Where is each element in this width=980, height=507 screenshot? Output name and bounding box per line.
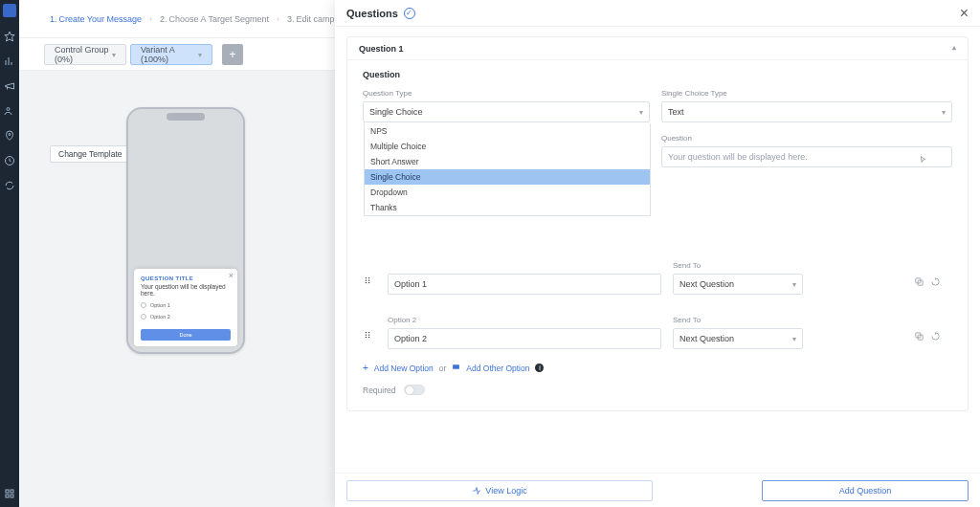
question-accordion-header[interactable]: Question 1 [347, 37, 968, 60]
chevron-down-icon [639, 107, 643, 117]
drag-handle-icon[interactable] [363, 272, 372, 281]
add-variant-button[interactable]: + [222, 44, 243, 65]
chevron-down-icon [942, 107, 946, 117]
option-1-input[interactable]: Option 1 [388, 274, 661, 295]
send-to-label: Send To [673, 261, 902, 270]
close-icon[interactable]: × [229, 271, 234, 280]
clock-icon[interactable] [4, 155, 15, 166]
required-toggle[interactable] [404, 385, 425, 395]
svg-point-11 [368, 279, 369, 280]
question-number: Question 1 [359, 44, 404, 54]
option-2-input[interactable]: Option 2 [388, 328, 661, 349]
survey-title: QUESTION TITLE [141, 276, 231, 281]
preview-canvas: Change Template Placement × QUESTION TIT… [19, 71, 335, 507]
svg-point-18 [366, 334, 367, 335]
question-input[interactable]: Your question will be displayed here. [661, 146, 952, 167]
close-icon[interactable]: × [960, 5, 969, 22]
svg-point-9 [368, 276, 369, 277]
single-choice-type-select[interactable]: Text [661, 101, 952, 122]
radio-icon [141, 314, 146, 320]
question-type-select[interactable]: Single Choice NPS Multiple Choice Short … [363, 101, 650, 122]
required-row: Required [363, 385, 952, 395]
location-icon[interactable] [4, 130, 15, 142]
single-choice-type-field: Single Choice Type Text [661, 89, 952, 122]
drag-handle-icon[interactable] [363, 326, 372, 336]
view-logic-button[interactable]: View Logic [346, 480, 653, 501]
required-label: Required [363, 386, 396, 395]
survey-sheet: × QUESTION TITLE Your question will be d… [134, 269, 237, 346]
svg-rect-6 [6, 495, 9, 497]
survey-subtitle: Your question will be displayed here. [141, 283, 231, 297]
svg-rect-4 [6, 490, 9, 493]
refresh-icon[interactable] [4, 180, 15, 191]
survey-option[interactable]: Option 1 [141, 302, 231, 308]
svg-point-10 [366, 279, 367, 280]
control-group-chip[interactable]: Control Group (0%) [44, 44, 126, 65]
send-to-select[interactable]: Next Question [673, 328, 803, 349]
add-option-row: + Add New Option or Add Other Option i [363, 363, 952, 373]
info-icon[interactable]: i [535, 364, 544, 372]
card-icon [452, 363, 460, 373]
survey-cta-button[interactable]: Done [141, 329, 231, 341]
app-logo-icon[interactable] [3, 4, 16, 17]
single-choice-type-label: Single Choice Type [661, 89, 952, 98]
phone-preview: × QUESTION TITLE Your question will be d… [126, 107, 245, 354]
svg-point-21 [368, 336, 369, 337]
dropdown-item-short-answer[interactable]: Short Answer [365, 154, 650, 169]
question-label: Question [661, 134, 952, 143]
send-to-label: Send To [673, 316, 902, 324]
survey-option[interactable]: Option 2 [141, 314, 231, 320]
modal-title: Questions [346, 8, 398, 19]
breadcrumb-step-1[interactable]: 1.Create Your Message [50, 14, 142, 24]
add-question-button[interactable]: Add Question [762, 480, 969, 501]
users-icon[interactable] [4, 105, 15, 117]
chevron-down-icon [792, 334, 796, 343]
dropdown-item-dropdown[interactable]: Dropdown [365, 185, 650, 200]
questions-modal: Questions ✓ × Question 1 Question Questi… [335, 0, 980, 507]
chevron-down-icon [792, 279, 796, 289]
question-type-field: Question Type Single Choice NPS Multiple… [363, 89, 650, 167]
option-2-label: Option 2 [388, 316, 661, 324]
svg-point-8 [366, 276, 367, 277]
option-row: Option 1 Send To Next Question [363, 261, 952, 295]
chevron-right-icon: › [149, 14, 152, 24]
variant-a-chip[interactable]: Variant A (100%) [130, 44, 212, 65]
section-label: Question [363, 70, 952, 79]
svg-point-20 [366, 336, 367, 337]
svg-point-16 [366, 331, 367, 332]
breadcrumb-step-2[interactable]: 2.Choose A Target Segment [160, 14, 269, 24]
analytics-icon[interactable] [4, 55, 15, 67]
dropdown-item-thanks[interactable]: Thanks [365, 200, 650, 215]
modal-footer: View Logic Add Question [335, 473, 980, 507]
question-card: Question 1 Question Question Type Single… [346, 36, 969, 411]
change-template-button[interactable]: Change Template [50, 145, 130, 163]
campaign-icon[interactable] [4, 80, 15, 92]
cursor-icon [918, 151, 927, 161]
phone-notch [167, 113, 205, 121]
svg-point-12 [366, 281, 367, 282]
radio-icon [141, 302, 146, 308]
dropdown-item-nps[interactable]: NPS [365, 123, 650, 139]
add-new-option-link[interactable]: Add New Option [374, 364, 434, 373]
reset-icon[interactable] [930, 274, 941, 291]
check-circle-icon: ✓ [404, 8, 415, 19]
reset-icon[interactable] [930, 328, 941, 345]
chevron-down-icon [112, 50, 116, 59]
svg-marker-0 [5, 32, 14, 41]
svg-rect-5 [11, 490, 13, 493]
star-icon[interactable] [4, 31, 15, 42]
svg-point-17 [368, 331, 369, 332]
svg-point-19 [368, 334, 369, 335]
dropdown-item-single-choice[interactable]: Single Choice [365, 169, 650, 185]
add-other-option-link[interactable]: Add Other Option [466, 364, 529, 373]
apps-icon[interactable] [4, 488, 15, 499]
modal-header: Questions ✓ × [335, 0, 980, 27]
svg-rect-24 [453, 364, 459, 369]
option-row: Option 2 Option 2 Send To Next Question [363, 316, 952, 349]
question-type-label: Question Type [363, 89, 650, 98]
send-to-select[interactable]: Next Question [673, 274, 803, 295]
question-text-field: Question Your question will be displayed… [661, 134, 952, 167]
copy-icon[interactable] [914, 328, 924, 345]
copy-icon[interactable] [914, 274, 924, 291]
dropdown-item-multiple-choice[interactable]: Multiple Choice [365, 139, 650, 154]
